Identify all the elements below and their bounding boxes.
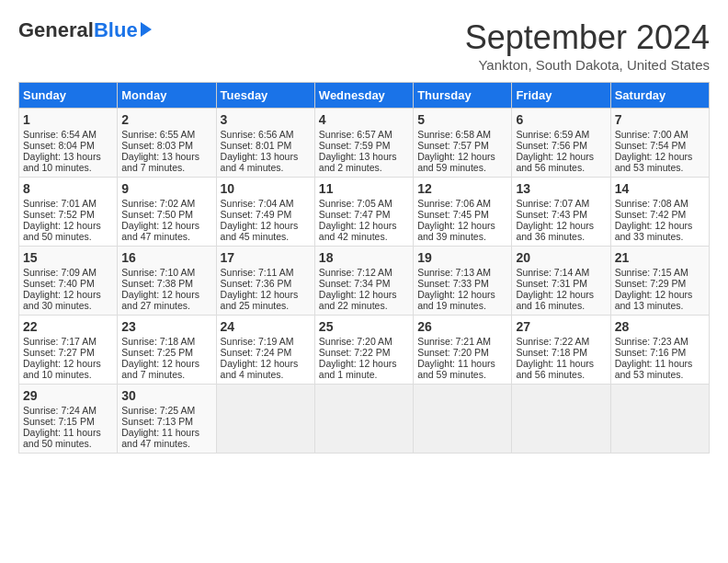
day-info: Sunset: 8:04 PM — [23, 140, 113, 151]
day-number: 27 — [516, 319, 606, 334]
day-info: and 53 minutes. — [615, 162, 705, 173]
day-info: Daylight: 12 hours — [121, 220, 211, 231]
day-info: Sunset: 7:24 PM — [221, 347, 311, 358]
calendar-cell: 2Sunrise: 6:55 AMSunset: 8:03 PMDaylight… — [118, 109, 216, 178]
day-info: Daylight: 11 hours — [417, 358, 507, 369]
day-number: 21 — [615, 250, 705, 265]
day-info: and 22 minutes. — [319, 300, 409, 311]
day-number: 25 — [319, 319, 409, 334]
day-number: 7 — [615, 112, 705, 127]
day-number: 12 — [417, 181, 507, 196]
day-info: Daylight: 12 hours — [516, 289, 606, 300]
day-info: Daylight: 12 hours — [417, 220, 507, 231]
day-info: Sunrise: 7:17 AM — [23, 336, 113, 347]
day-number: 26 — [417, 319, 507, 334]
calendar-cell: 24Sunrise: 7:19 AMSunset: 7:24 PMDayligh… — [216, 316, 314, 385]
day-info: and 59 minutes. — [417, 369, 507, 380]
calendar-cell: 26Sunrise: 7:21 AMSunset: 7:20 PMDayligh… — [414, 316, 512, 385]
day-info: Sunrise: 7:13 AM — [417, 267, 507, 278]
day-info: Sunrise: 6:57 AM — [319, 129, 409, 140]
day-info: Daylight: 12 hours — [319, 220, 409, 231]
day-info: Sunrise: 6:59 AM — [516, 129, 606, 140]
day-info: and 56 minutes. — [516, 162, 606, 173]
day-info: and 47 minutes. — [121, 231, 211, 242]
day-info: Sunset: 7:59 PM — [319, 140, 409, 151]
day-info: Sunrise: 7:23 AM — [615, 336, 705, 347]
day-info: Sunrise: 6:58 AM — [417, 129, 507, 140]
day-info: Sunrise: 7:18 AM — [121, 336, 211, 347]
day-info: and 27 minutes. — [121, 300, 211, 311]
day-info: and 42 minutes. — [319, 231, 409, 242]
day-info: Sunset: 7:34 PM — [319, 278, 409, 289]
day-info: Sunset: 7:50 PM — [121, 209, 211, 220]
day-number: 24 — [221, 319, 311, 334]
day-info: and 2 minutes. — [319, 162, 409, 173]
day-info: Sunrise: 7:07 AM — [516, 198, 606, 209]
calendar-cell: 5Sunrise: 6:58 AMSunset: 7:57 PMDaylight… — [414, 109, 512, 178]
day-info: Daylight: 12 hours — [319, 358, 409, 369]
calendar-week-row: 22Sunrise: 7:17 AMSunset: 7:27 PMDayligh… — [19, 316, 710, 385]
day-info: and 25 minutes. — [221, 300, 311, 311]
calendar-cell — [414, 385, 512, 454]
day-number: 2 — [121, 112, 211, 127]
day-info: Daylight: 12 hours — [319, 289, 409, 300]
day-info: and 53 minutes. — [615, 369, 705, 380]
day-number: 13 — [516, 181, 606, 196]
day-info: Sunrise: 7:20 AM — [319, 336, 409, 347]
day-info: Sunset: 7:33 PM — [417, 278, 507, 289]
day-info: Daylight: 12 hours — [615, 289, 705, 300]
calendar-cell: 3Sunrise: 6:56 AMSunset: 8:01 PMDaylight… — [216, 109, 314, 178]
day-info: Sunset: 7:31 PM — [516, 278, 606, 289]
calendar-cell: 10Sunrise: 7:04 AMSunset: 7:49 PMDayligh… — [216, 178, 314, 247]
day-info: and 50 minutes. — [23, 231, 113, 242]
day-info: Daylight: 11 hours — [23, 427, 113, 438]
col-saturday: Saturday — [610, 83, 709, 109]
day-number: 17 — [221, 250, 311, 265]
day-info: and 7 minutes. — [121, 162, 211, 173]
day-info: and 13 minutes. — [615, 300, 705, 311]
day-info: Sunrise: 6:56 AM — [221, 129, 311, 140]
calendar-cell: 22Sunrise: 7:17 AMSunset: 7:27 PMDayligh… — [19, 316, 118, 385]
day-info: Sunrise: 7:24 AM — [23, 405, 113, 416]
col-friday: Friday — [512, 83, 610, 109]
day-info: Sunrise: 7:04 AM — [221, 198, 311, 209]
day-info: Daylight: 13 hours — [23, 151, 113, 162]
logo: General Blue — [18, 18, 152, 42]
day-number: 28 — [615, 319, 705, 334]
day-info: Daylight: 12 hours — [417, 151, 507, 162]
day-info: Sunset: 7:25 PM — [121, 347, 211, 358]
day-info: Daylight: 12 hours — [121, 289, 211, 300]
calendar-cell: 8Sunrise: 7:01 AMSunset: 7:52 PMDaylight… — [19, 178, 118, 247]
day-number: 15 — [23, 250, 113, 265]
calendar-cell: 9Sunrise: 7:02 AMSunset: 7:50 PMDaylight… — [118, 178, 216, 247]
day-info: and 39 minutes. — [417, 231, 507, 242]
day-number: 18 — [319, 250, 409, 265]
day-number: 3 — [221, 112, 311, 127]
calendar-week-row: 8Sunrise: 7:01 AMSunset: 7:52 PMDaylight… — [19, 178, 710, 247]
day-info: Sunrise: 7:12 AM — [319, 267, 409, 278]
day-info: Daylight: 11 hours — [615, 358, 705, 369]
day-info: Daylight: 12 hours — [417, 289, 507, 300]
calendar-cell: 12Sunrise: 7:06 AMSunset: 7:45 PMDayligh… — [414, 178, 512, 247]
day-info: and 7 minutes. — [121, 369, 211, 380]
day-info: Sunrise: 7:09 AM — [23, 267, 113, 278]
day-info: Daylight: 12 hours — [221, 358, 311, 369]
day-info: Sunset: 7:42 PM — [615, 209, 705, 220]
calendar-cell: 28Sunrise: 7:23 AMSunset: 7:16 PMDayligh… — [610, 316, 709, 385]
logo-arrow-icon — [141, 22, 152, 37]
day-info: and 1 minute. — [319, 369, 409, 380]
day-info: Sunrise: 7:01 AM — [23, 198, 113, 209]
logo-general-text: General — [18, 18, 94, 42]
day-info: Sunrise: 7:08 AM — [615, 198, 705, 209]
page-header: General Blue September 2024 Yankton, Sou… — [18, 18, 710, 73]
day-info: Sunrise: 7:05 AM — [319, 198, 409, 209]
day-info: Daylight: 13 hours — [221, 151, 311, 162]
calendar-cell: 20Sunrise: 7:14 AMSunset: 7:31 PMDayligh… — [512, 247, 610, 316]
day-info: Sunset: 7:13 PM — [121, 416, 211, 427]
day-info: Sunset: 7:18 PM — [516, 347, 606, 358]
day-number: 1 — [23, 112, 113, 127]
day-number: 30 — [121, 388, 211, 403]
day-info: Sunrise: 7:19 AM — [221, 336, 311, 347]
col-wednesday: Wednesday — [314, 83, 413, 109]
day-info: Daylight: 12 hours — [516, 220, 606, 231]
